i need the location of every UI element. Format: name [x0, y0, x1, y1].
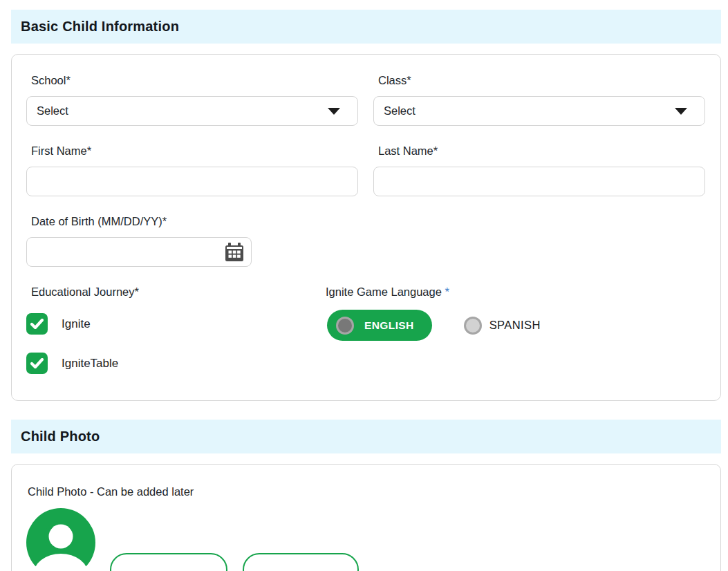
game-language-label: Ignite Game Language * [326, 286, 449, 299]
first-name-field: First Name* [26, 144, 358, 196]
dob-field: Date of Birth (MM/DD/YY)* [26, 215, 705, 267]
child-photo-card: Child Photo - Can be added later [11, 464, 721, 571]
calendar-icon-glyph [224, 243, 245, 262]
basic-info-card: School* Select Class* Select First Name*… [11, 54, 721, 401]
check-icon [30, 358, 44, 368]
dob-input[interactable] [26, 237, 252, 267]
ignitetable-checkbox[interactable] [26, 353, 48, 374]
class-field: Class* Select [373, 74, 705, 126]
first-name-label: First Name* [31, 144, 358, 158]
basic-info-section-title: Basic Child Information [21, 19, 179, 35]
last-name-label: Last Name* [378, 144, 705, 158]
chevron-down-icon [675, 108, 687, 115]
radio-selected-icon [336, 317, 354, 335]
required-asterisk: * [445, 286, 449, 298]
photo-action-button-2[interactable] [243, 553, 359, 571]
ignite-checkbox[interactable] [26, 313, 48, 335]
child-photo-section-header: Child Photo [11, 420, 721, 453]
game-language-group: Ignite Game Language * ENGLISH SPANISH [326, 286, 541, 374]
child-photo-section-title: Child Photo [21, 429, 100, 444]
ignitetable-checkbox-label: IgniteTable [62, 357, 118, 371]
check-icon [30, 319, 44, 329]
school-select[interactable]: Select [26, 96, 358, 126]
game-language-label-text: Ignite Game Language [326, 286, 442, 298]
radio-english-label: ENGLISH [364, 319, 414, 332]
basic-info-section-header: Basic Child Information [11, 10, 721, 44]
radio-english[interactable]: ENGLISH [327, 310, 432, 341]
chevron-down-icon [328, 108, 340, 115]
child-photo-note: Child Photo - Can be added later [28, 485, 705, 498]
first-name-input[interactable] [26, 167, 358, 196]
educational-journey-group: Educational Journey* Ignite IgniteTable [26, 286, 326, 374]
child-avatar [26, 508, 95, 571]
dob-label: Date of Birth (MM/DD/YY)* [31, 215, 705, 228]
school-field: School* Select [26, 74, 358, 126]
ignite-checkbox-label: Ignite [62, 317, 91, 331]
class-select-value: Select [384, 104, 416, 118]
class-select[interactable]: Select [373, 96, 705, 126]
photo-action-button-1[interactable] [110, 553, 227, 571]
class-label: Class* [378, 74, 705, 87]
last-name-input[interactable] [373, 167, 705, 196]
school-select-value: Select [37, 104, 68, 118]
calendar-icon[interactable] [224, 243, 245, 262]
radio-spanish-label: SPANISH [489, 319, 541, 332]
ignitetable-checkbox-item: IgniteTable [26, 353, 326, 374]
radio-unselected-icon [464, 317, 482, 335]
ignite-checkbox-item: Ignite [26, 313, 326, 335]
school-label: School* [31, 74, 358, 87]
person-avatar-icon [26, 508, 95, 571]
last-name-field: Last Name* [373, 144, 705, 196]
radio-spanish[interactable]: SPANISH [464, 317, 541, 335]
educational-journey-label: Educational Journey* [31, 286, 326, 299]
